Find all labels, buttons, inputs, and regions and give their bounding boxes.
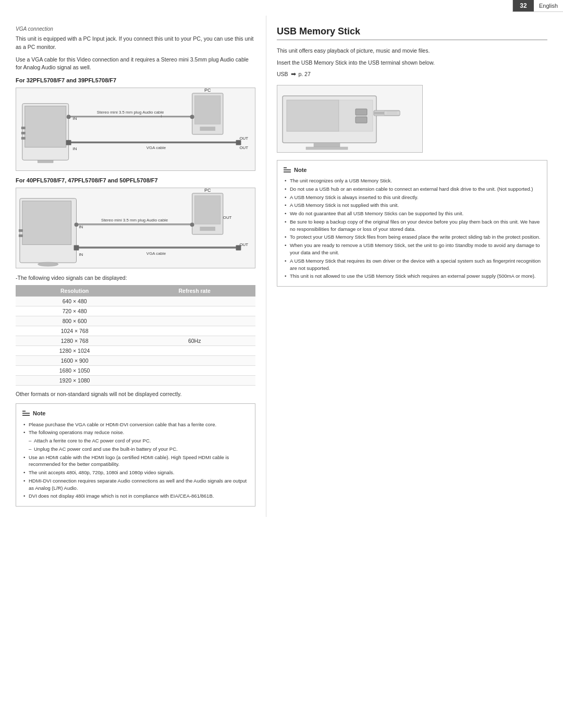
following-text: -The following video signals can be disp…: [16, 275, 255, 281]
usb-intro-2: Insert the USB Memory Stick into the USB…: [277, 58, 547, 67]
svg-rect-28: [19, 235, 23, 237]
refresh-cell: [133, 366, 255, 376]
list-item: Attach a ferrite core to the AC power co…: [22, 437, 249, 445]
list-item: DVI does not display 480i image which is…: [22, 492, 249, 500]
col-refresh: Refresh rate: [133, 285, 255, 297]
svg-text:IN: IN: [79, 252, 83, 257]
col-resolution: Resolution: [16, 285, 133, 297]
list-item: This unit is not allowed to use the USB …: [284, 273, 541, 280]
right-note-label: Note: [294, 166, 307, 175]
svg-rect-3: [21, 132, 26, 134]
svg-point-29: [38, 262, 58, 266]
svg-text:PC: PC: [204, 88, 211, 93]
right-note-icon: [284, 167, 291, 172]
page-language: English: [534, 1, 563, 11]
resolution-cell: 1600 × 900: [16, 356, 133, 366]
usb-title: USB Memory Stick: [277, 26, 547, 40]
list-item: When you are ready to remove a USB Memor…: [284, 242, 541, 256]
svg-rect-52: [356, 117, 367, 123]
svg-text:IN: IN: [73, 146, 77, 151]
svg-text:OUT: OUT: [239, 242, 248, 247]
svg-text:PC: PC: [204, 188, 211, 193]
resolution-cell: 720 × 480: [16, 306, 133, 316]
table-row: 1280 × 76860Hz: [16, 336, 255, 346]
refresh-cell: [133, 346, 255, 356]
list-item: We do not guarantee that all USB Memory …: [284, 210, 541, 217]
content-wrapper: VGA connection This unit is equipped wit…: [0, 0, 563, 517]
usb-arrow-icon: ➡: [291, 70, 296, 78]
svg-rect-4: [21, 137, 26, 140]
svg-rect-49: [287, 100, 339, 131]
right-note-line-2: [284, 169, 291, 170]
svg-rect-2: [21, 127, 26, 129]
note-line-1: [22, 411, 26, 412]
note-lines: [22, 411, 30, 416]
list-item: The following operations may reduce nois…: [22, 429, 249, 436]
refresh-cell: [133, 376, 255, 386]
table-row: 800 × 600: [16, 316, 255, 326]
svg-rect-26: [22, 201, 71, 245]
note-line-2: [22, 413, 30, 414]
list-item: Please purchase the VGA cable or HDMI-DV…: [22, 421, 249, 428]
right-note-list: The unit recognizes only a USB Memory St…: [284, 177, 541, 280]
right-note-box: Note The unit recognizes only a USB Memo…: [277, 160, 547, 287]
note-icon: [22, 411, 30, 416]
table-row: 1280 × 1024: [16, 346, 255, 356]
list-item: The unit recognizes only a USB Memory St…: [284, 177, 541, 184]
svg-rect-32: [200, 227, 215, 231]
svg-rect-31: [195, 196, 221, 224]
resolution-cell: 1680 × 1050: [16, 366, 133, 376]
svg-rect-27: [19, 229, 23, 232]
table-row: 720 × 480: [16, 306, 255, 316]
table-row: 1680 × 1050: [16, 366, 255, 376]
svg-point-12: [67, 115, 71, 119]
resolution-cell: 1280 × 1024: [16, 346, 133, 356]
table-row: 640 × 480: [16, 297, 255, 306]
list-item: Use an HDMI cable with the HDMI logo (a …: [22, 454, 249, 468]
svg-rect-51: [356, 109, 367, 115]
usb-diagram: [277, 85, 423, 153]
usb-intro-1: This unit offers easy playback of pictur…: [277, 46, 547, 55]
resolution-table: Resolution Refresh rate 640 × 480720 × 4…: [16, 285, 255, 386]
list-item: Be sure to keep a backup copy of the ori…: [284, 218, 541, 233]
svg-rect-50: [339, 100, 373, 131]
list-item: A USB Memory Stick is always inserted to…: [284, 194, 541, 201]
left-note-box: Note Please purchase the VGA cable or HD…: [16, 403, 255, 507]
other-formats-text: Other formats or non-standard signals wi…: [16, 391, 255, 397]
svg-rect-54: [306, 147, 348, 150]
usb-ref-page: p. 27: [298, 71, 310, 77]
svg-text:VGA cable: VGA cable: [146, 145, 166, 150]
svg-rect-5: [38, 160, 53, 163]
right-column: USB Memory Stick This unit offers easy p…: [266, 16, 563, 517]
svg-rect-43: [74, 245, 79, 251]
refresh-cell: [133, 326, 255, 336]
svg-text:OUT: OUT: [223, 215, 232, 220]
svg-rect-1: [25, 106, 66, 147]
svg-rect-20: [236, 140, 241, 145]
resolution-cell: 640 × 480: [16, 297, 133, 306]
refresh-cell: 60Hz: [133, 336, 255, 346]
left-note-list: Please purchase the VGA cable or HDMI-DV…: [22, 421, 249, 500]
svg-text:Stereo mini 3.5 mm plug Audio : Stereo mini 3.5 mm plug Audio cable: [97, 110, 164, 115]
list-item: HDMI-DVI connection requires separate Au…: [22, 477, 249, 492]
resolution-cell: 800 × 600: [16, 316, 133, 326]
svg-rect-19: [66, 140, 71, 145]
right-note-line-1: [284, 167, 287, 168]
left-column: VGA connection This unit is equipped wit…: [0, 16, 266, 517]
heading-40-47-50: For 40PFL5708/F7, 47PFL5708/F7 and 50PFL…: [16, 177, 255, 183]
svg-point-37: [75, 223, 79, 227]
left-note-label: Note: [33, 409, 45, 418]
svg-rect-57: [384, 111, 400, 115]
left-note-header: Note: [22, 409, 249, 418]
list-item: Do not use a USB hub or an extension cab…: [284, 186, 541, 193]
svg-point-13: [190, 115, 194, 119]
diagram-40-47-50: PC OUT Stereo mini 3.5 mm plug Audio cab…: [16, 188, 255, 268]
usb-ref-text: USB: [277, 71, 288, 77]
svg-rect-56: [374, 112, 384, 115]
svg-text:IN: IN: [73, 116, 77, 121]
refresh-cell: [133, 316, 255, 326]
diagram-32-39: PC Stereo mini 3.5 mm plug Audio cable I…: [16, 88, 255, 171]
right-note-header: Note: [284, 166, 541, 175]
svg-text:OUT: OUT: [239, 145, 248, 150]
svg-rect-53: [314, 143, 340, 147]
